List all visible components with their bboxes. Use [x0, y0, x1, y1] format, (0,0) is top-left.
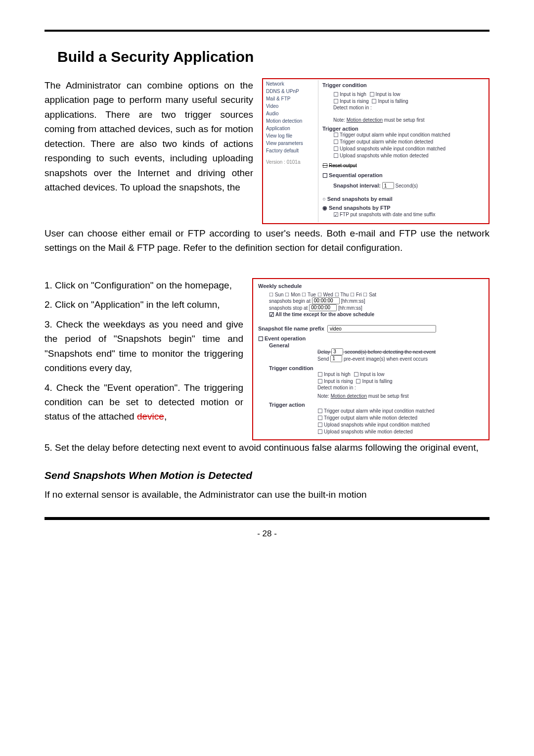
- send-input[interactable]: [330, 355, 342, 362]
- seconds-label: Second(s): [396, 183, 418, 189]
- input-low-checkbox[interactable]: Input is low: [369, 92, 400, 97]
- config-nav: Network DDNS & UPnP Mail & FTP Video Aud…: [264, 80, 318, 222]
- action-4-checkbox[interactable]: Upload snapshots while motion detected: [333, 152, 484, 159]
- stop-time-input[interactable]: [309, 304, 337, 311]
- action-3-checkbox[interactable]: Upload snapshots while input condition m…: [333, 145, 484, 152]
- input-rising-checkbox-2[interactable]: Input is rising: [317, 378, 353, 384]
- begin-label: snapshots begin at: [269, 298, 311, 303]
- send-by-ftp-radio[interactable]: Send snapshots by FTP: [322, 205, 484, 211]
- send-post: pre-event image(s) when event occurs: [344, 356, 428, 361]
- step-5: 5. Set the delay before detecting next e…: [44, 440, 490, 455]
- note-label: Note:: [333, 117, 347, 123]
- send-label: Send: [317, 356, 329, 361]
- note-label-2: Note:: [317, 393, 331, 399]
- nav-item[interactable]: Audio: [264, 110, 318, 117]
- input-low-checkbox-2[interactable]: Input is low: [354, 372, 385, 377]
- input-high-checkbox[interactable]: Input is high: [333, 92, 366, 97]
- nav-item[interactable]: Application: [264, 125, 318, 132]
- detect-motion-label: Detect motion in :: [333, 105, 484, 110]
- send-by-email-radio[interactable]: Send snapshots by email: [322, 196, 484, 202]
- reset-output-checkbox[interactable]: Reset output: [322, 162, 484, 169]
- subsection-heading: Send Snapshots When Motion is Detected: [44, 470, 490, 481]
- delay-label: Delay: [317, 349, 330, 354]
- sequential-op-checkbox[interactable]: Sequential operation: [322, 172, 484, 179]
- intro-left-paragraph: The Administrator can combine options on…: [44, 78, 253, 195]
- nav-item[interactable]: Motion detection: [264, 117, 318, 125]
- figure-weekly-schedule: Weekly schedule ☐ Sun ☐ Mon ☐ Tue ☐ Wed …: [252, 278, 490, 440]
- version-label: Version : 0101a: [264, 154, 318, 166]
- step-1: 1. Click on "Configuration" on the homep…: [44, 278, 243, 292]
- action-2-checkbox[interactable]: Trigger output alarm while motion detect…: [333, 139, 484, 145]
- motion-detection-link[interactable]: Motion detection: [347, 117, 383, 123]
- trigger-action-heading: Trigger action: [322, 126, 484, 132]
- ftp-suffix-checkbox[interactable]: FTP put snapshots with date and time suf…: [333, 211, 484, 218]
- figure-trigger-panel: Network DDNS & UPnP Mail & FTP Video Aud…: [262, 78, 490, 224]
- nav-item[interactable]: Mail & FTP: [264, 95, 318, 102]
- weekly-schedule-heading: Weekly schedule: [258, 283, 484, 289]
- nav-item[interactable]: Factory default: [264, 147, 318, 154]
- detect-motion-label-2: Detect motion in :: [317, 385, 484, 390]
- note-post: must be setup first: [383, 117, 424, 123]
- action-3-checkbox-2[interactable]: Upload snapshots while input condition m…: [317, 422, 484, 428]
- prefix-input[interactable]: [327, 325, 436, 332]
- top-rule: [44, 30, 490, 32]
- trigger-action-heading-2: Trigger action: [269, 402, 484, 408]
- nav-item[interactable]: View log file: [264, 132, 318, 140]
- nav-item[interactable]: View parameters: [264, 140, 318, 147]
- nav-item[interactable]: Network: [264, 80, 318, 88]
- input-rising-checkbox[interactable]: Input is rising: [333, 98, 369, 104]
- stop-label: snapshots stop at: [269, 305, 308, 310]
- device-struck: device: [137, 411, 164, 422]
- step-3: 3. Check the weekdays as you need and gi…: [44, 317, 243, 376]
- subsection-body: If no external sensor is available, the …: [44, 487, 490, 502]
- hhmmss-label: [hh:mm:ss]: [341, 298, 365, 303]
- delay-post: second(s) before detecting the next even…: [345, 349, 436, 354]
- action-4-checkbox-2[interactable]: Upload snapshots while motion detected: [317, 428, 484, 435]
- weekday-row[interactable]: ☐ Sun ☐ Mon ☐ Tue ☐ Wed ☐ Thu ☐ Fri ☐ Sa…: [269, 292, 484, 297]
- note-post-2: must be setup first: [367, 393, 408, 399]
- step-2: 2. Click on "Application" in the left co…: [44, 297, 243, 312]
- motion-detection-link-2[interactable]: Motion detection: [331, 393, 367, 399]
- nav-item[interactable]: DDNS & UPnP: [264, 88, 318, 95]
- begin-time-input[interactable]: [312, 297, 340, 304]
- hhmmss-label-2: [hh:mm:ss]: [338, 305, 362, 310]
- step-4: 4. Check the "Event operation". The trig…: [44, 380, 243, 424]
- action-1-checkbox-2[interactable]: Trigger output alarm while input conditi…: [317, 408, 484, 415]
- nav-item[interactable]: Video: [264, 102, 318, 110]
- action-1-checkbox[interactable]: Trigger output alarm while input conditi…: [333, 132, 484, 139]
- snapshot-interval-label: Snapshot interval:: [333, 183, 381, 189]
- bottom-rule: [44, 517, 490, 520]
- trigger-condition-heading-2: Trigger condition: [269, 365, 484, 371]
- intro-rest-paragraph: User can choose either email or FTP acco…: [44, 226, 490, 255]
- input-falling-checkbox-2[interactable]: Input is falling: [356, 378, 392, 384]
- prefix-label: Snapshot file name prefix: [258, 326, 324, 331]
- general-heading: General: [269, 342, 484, 348]
- action-2-checkbox-2[interactable]: Trigger output alarm while motion detect…: [317, 415, 484, 422]
- trigger-condition-heading: Trigger condition: [322, 82, 484, 88]
- delay-input[interactable]: [331, 348, 343, 355]
- except-schedule-checkbox[interactable]: All the time except for the above schedu…: [269, 311, 484, 318]
- input-falling-checkbox[interactable]: Input is falling: [371, 98, 408, 104]
- snapshot-interval-input[interactable]: [382, 182, 394, 189]
- event-operation-checkbox[interactable]: Event operation: [258, 335, 484, 342]
- page-number: - 28 -: [44, 529, 490, 539]
- page-heading: Build a Security Application: [57, 48, 490, 65]
- input-high-checkbox-2[interactable]: Input is high: [317, 372, 351, 377]
